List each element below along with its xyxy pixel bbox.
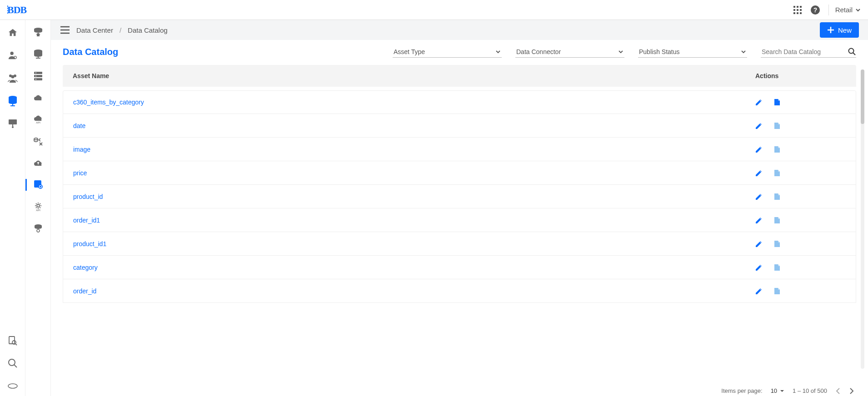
new-button-label: New: [838, 26, 852, 34]
asset-name-link[interactable]: product_id: [73, 193, 755, 200]
svg-rect-36: [34, 78, 42, 80]
edit-icon[interactable]: [755, 122, 763, 130]
filter-publish-status[interactable]: Publish Status: [638, 46, 747, 58]
asset-name-link[interactable]: c360_items_by_category: [73, 99, 755, 106]
filter-asset-type-label: Asset Type: [394, 48, 425, 55]
subnav-datasets-icon[interactable]: [32, 48, 44, 60]
document-icon[interactable]: [773, 169, 781, 177]
document-icon[interactable]: [773, 122, 781, 130]
nav-more-icon[interactable]: [7, 381, 18, 391]
svg-point-46: [37, 204, 40, 207]
svg-point-55: [849, 49, 854, 54]
subnav-catalog-icon[interactable]: [25, 179, 50, 191]
asset-name-link[interactable]: order_id1: [73, 217, 755, 224]
search-icon: [848, 48, 856, 56]
pager-page-size[interactable]: 10: [771, 387, 784, 394]
table-row: order_id: [63, 279, 856, 303]
svg-point-49: [37, 229, 40, 232]
nav-audit-icon[interactable]: [7, 335, 18, 346]
plus-icon: [827, 26, 834, 34]
breadcrumb-parent[interactable]: Data Center: [76, 26, 113, 34]
edit-icon[interactable]: [755, 98, 763, 106]
filter-data-connector[interactable]: Data Connector: [515, 46, 624, 58]
nav-home-icon[interactable]: [7, 27, 18, 38]
document-icon[interactable]: [773, 98, 781, 106]
asset-name-link[interactable]: date: [73, 122, 755, 129]
main: Data Center / Data Catalog New Data Cata…: [51, 20, 868, 396]
svg-rect-3: [797, 6, 798, 8]
logo[interactable]: BDB: [7, 4, 39, 16]
topbar: BDB ? Retail: [0, 0, 868, 20]
svg-rect-2: [793, 6, 795, 8]
document-icon[interactable]: [773, 145, 781, 153]
subnav-cloud-api-icon[interactable]: API: [32, 114, 44, 125]
svg-rect-8: [793, 12, 795, 14]
pager-prev-icon[interactable]: [835, 388, 841, 394]
subnav-transform-icon[interactable]: [32, 135, 44, 147]
edit-icon[interactable]: [755, 240, 763, 248]
search-input[interactable]: [761, 46, 848, 57]
document-icon[interactable]: [773, 240, 781, 248]
new-button[interactable]: New: [820, 22, 859, 38]
content-header: Data Catalog Asset Type Data Connector P…: [51, 40, 868, 60]
pager-range: 1 – 10 of 500: [793, 387, 827, 394]
pager-next-icon[interactable]: [849, 388, 854, 394]
document-icon[interactable]: [773, 193, 781, 201]
svg-point-17: [11, 75, 14, 79]
svg-rect-35: [34, 75, 42, 77]
svg-point-37: [35, 73, 36, 74]
table-row: product_id: [63, 185, 856, 208]
svg-line-56: [853, 53, 855, 55]
document-icon[interactable]: [773, 263, 781, 272]
svg-rect-5: [793, 9, 795, 11]
nav-data-icon[interactable]: [7, 95, 18, 106]
edit-icon[interactable]: [755, 145, 763, 153]
filter-publish-status-label: Publish Status: [639, 48, 680, 55]
table-header: Asset Name Actions: [63, 65, 856, 87]
nav-user-settings-icon[interactable]: [7, 50, 18, 61]
subnav-cloud-icon[interactable]: [32, 92, 44, 104]
document-icon[interactable]: [773, 216, 781, 224]
asset-name-link[interactable]: product_id1: [73, 240, 755, 248]
nav-search-icon[interactable]: [7, 358, 18, 369]
nav-presentation-icon[interactable]: [7, 118, 18, 129]
edit-icon[interactable]: [755, 263, 763, 272]
help-icon[interactable]: ?: [810, 5, 820, 15]
svg-rect-4: [800, 6, 802, 8]
svg-text:API: API: [36, 121, 40, 124]
svg-point-23: [12, 126, 14, 128]
asset-name-link[interactable]: price: [73, 169, 755, 177]
asset-name-link[interactable]: image: [73, 146, 755, 153]
table-row: c360_items_by_category: [63, 90, 856, 114]
edit-icon[interactable]: [755, 216, 763, 224]
subnav-cloud-upload-icon[interactable]: [32, 157, 44, 169]
svg-text:?: ?: [813, 6, 817, 14]
col-header-name: Asset Name: [73, 72, 755, 79]
nav-users-icon[interactable]: [7, 73, 18, 84]
subnav-data-home-icon[interactable]: [32, 26, 44, 38]
table-row: image: [63, 138, 856, 161]
page-title: Data Catalog: [63, 47, 118, 57]
subnav-server-icon[interactable]: [32, 70, 44, 82]
apps-grid-icon[interactable]: [793, 5, 802, 15]
hamburger-icon[interactable]: [60, 26, 70, 34]
subnav-settings-api-icon[interactable]: API: [32, 201, 44, 213]
workspace-switcher[interactable]: Retail: [828, 5, 861, 15]
edit-icon[interactable]: [755, 287, 763, 295]
workspace-label: Retail: [835, 6, 853, 14]
svg-line-28: [14, 365, 17, 367]
scrollbar[interactable]: [861, 69, 864, 369]
table-body: c360_items_by_categorydateimagepriceprod…: [63, 90, 856, 303]
pager-label: Items per page:: [721, 387, 762, 394]
asset-name-link[interactable]: order_id: [73, 287, 755, 295]
row-actions: [755, 263, 846, 272]
row-actions: [755, 145, 846, 153]
scrollbar-thumb[interactable]: [861, 69, 864, 124]
document-icon[interactable]: [773, 287, 781, 295]
edit-icon[interactable]: [755, 169, 763, 177]
edit-icon[interactable]: [755, 193, 763, 201]
search-box[interactable]: [761, 46, 856, 58]
subnav-sandbox-icon[interactable]: [32, 223, 44, 234]
asset-name-link[interactable]: category: [73, 264, 755, 271]
filter-asset-type[interactable]: Asset Type: [393, 46, 502, 58]
